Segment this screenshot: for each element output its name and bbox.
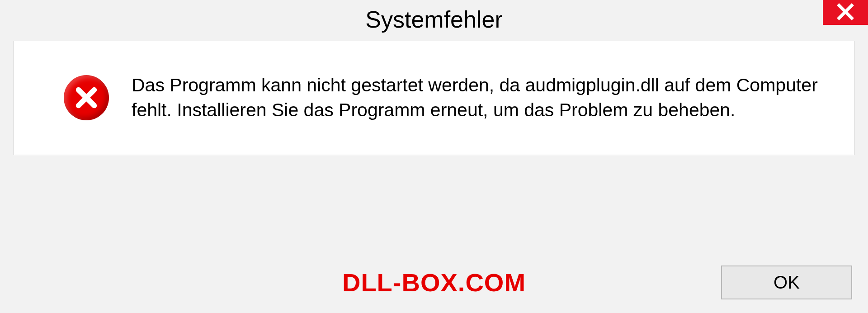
- close-button[interactable]: [823, 0, 868, 25]
- ok-button[interactable]: OK: [721, 266, 852, 299]
- close-icon: [836, 3, 854, 23]
- title-bar: Systemfehler: [0, 0, 868, 38]
- message-panel: Das Programm kann nicht gestartet werden…: [14, 41, 854, 155]
- footer: DLL-BOX.COM OK: [0, 266, 868, 299]
- error-message: Das Programm kann nicht gestartet werden…: [132, 73, 831, 123]
- dialog-title: Systemfehler: [365, 6, 502, 33]
- error-icon: [64, 75, 109, 120]
- watermark-text: DLL-BOX.COM: [342, 268, 526, 297]
